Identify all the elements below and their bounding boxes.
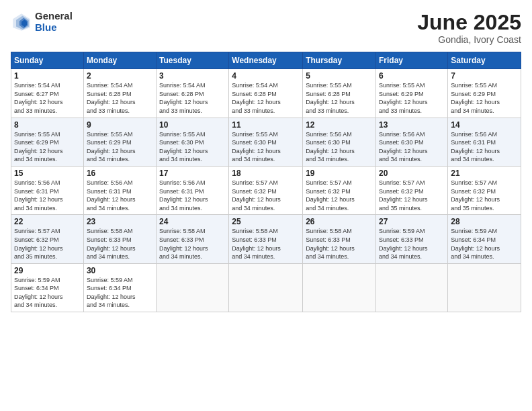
day-info: Sunrise: 5:55 AM Sunset: 6:28 PM Dayligh… [306, 81, 373, 115]
table-row [303, 263, 376, 312]
col-friday: Friday [376, 52, 448, 69]
day-number: 30 [87, 266, 153, 275]
day-number: 8 [14, 120, 81, 130]
table-row: 9Sunrise: 5:55 AM Sunset: 6:29 PM Daylig… [83, 118, 156, 166]
day-number: 18 [232, 169, 300, 178]
table-row: 13Sunrise: 5:56 AM Sunset: 6:30 PM Dayli… [376, 118, 448, 166]
day-number: 21 [451, 169, 518, 178]
day-info: Sunrise: 5:54 AM Sunset: 6:28 PM Dayligh… [232, 81, 300, 115]
table-row: 2Sunrise: 5:54 AM Sunset: 6:28 PM Daylig… [83, 69, 156, 118]
day-number: 1 [14, 71, 81, 81]
header: General Blue June 2025 Gondia, Ivory Coa… [11, 11, 521, 45]
col-saturday: Saturday [448, 52, 521, 69]
day-number: 6 [379, 71, 445, 81]
table-row: 27Sunrise: 5:59 AM Sunset: 6:33 PM Dayli… [376, 215, 448, 263]
day-info: Sunrise: 5:56 AM Sunset: 6:30 PM Dayligh… [379, 130, 445, 164]
table-row [448, 263, 521, 312]
logo-blue-text: Blue [35, 22, 73, 34]
table-row: 6Sunrise: 5:55 AM Sunset: 6:29 PM Daylig… [376, 69, 448, 118]
day-info: Sunrise: 5:55 AM Sunset: 6:29 PM Dayligh… [87, 130, 153, 164]
day-info: Sunrise: 5:57 AM Sunset: 6:32 PM Dayligh… [306, 179, 373, 212]
day-info: Sunrise: 5:57 AM Sunset: 6:32 PM Dayligh… [14, 227, 81, 261]
calendar-week-row: 1Sunrise: 5:54 AM Sunset: 6:27 PM Daylig… [11, 69, 521, 118]
table-row: 28Sunrise: 5:59 AM Sunset: 6:34 PM Dayli… [448, 215, 521, 263]
calendar-week-row: 8Sunrise: 5:55 AM Sunset: 6:29 PM Daylig… [11, 118, 521, 166]
day-number: 27 [379, 217, 445, 226]
table-row [157, 263, 229, 312]
day-number: 25 [232, 217, 300, 226]
table-row: 22Sunrise: 5:57 AM Sunset: 6:32 PM Dayli… [11, 215, 84, 263]
day-number: 17 [159, 169, 226, 178]
day-info: Sunrise: 5:59 AM Sunset: 6:34 PM Dayligh… [14, 276, 81, 310]
day-info: Sunrise: 5:59 AM Sunset: 6:33 PM Dayligh… [379, 227, 445, 261]
table-row: 1Sunrise: 5:54 AM Sunset: 6:27 PM Daylig… [11, 69, 84, 118]
header-row: Sunday Monday Tuesday Wednesday Thursday… [11, 52, 521, 69]
day-info: Sunrise: 5:55 AM Sunset: 6:29 PM Dayligh… [451, 81, 518, 115]
day-number: 3 [159, 71, 226, 81]
day-number: 12 [306, 120, 373, 130]
day-info: Sunrise: 5:58 AM Sunset: 6:33 PM Dayligh… [306, 227, 373, 261]
table-row: 26Sunrise: 5:58 AM Sunset: 6:33 PM Dayli… [303, 215, 376, 263]
day-number: 2 [87, 71, 153, 81]
day-info: Sunrise: 5:58 AM Sunset: 6:33 PM Dayligh… [232, 227, 300, 261]
table-row: 4Sunrise: 5:54 AM Sunset: 6:28 PM Daylig… [229, 69, 303, 118]
table-row: 18Sunrise: 5:57 AM Sunset: 6:32 PM Dayli… [229, 166, 303, 214]
day-number: 10 [159, 120, 226, 130]
logo: General Blue [11, 11, 73, 33]
table-row: 16Sunrise: 5:56 AM Sunset: 6:31 PM Dayli… [83, 166, 156, 214]
day-info: Sunrise: 5:57 AM Sunset: 6:32 PM Dayligh… [232, 179, 300, 212]
day-info: Sunrise: 5:56 AM Sunset: 6:30 PM Dayligh… [306, 130, 373, 164]
col-wednesday: Wednesday [229, 52, 303, 69]
day-info: Sunrise: 5:56 AM Sunset: 6:31 PM Dayligh… [14, 179, 81, 212]
day-number: 7 [451, 71, 518, 81]
col-tuesday: Tuesday [157, 52, 229, 69]
table-row: 3Sunrise: 5:54 AM Sunset: 6:28 PM Daylig… [157, 69, 229, 118]
calendar-subtitle: Gondia, Ivory Coast [417, 34, 521, 45]
day-info: Sunrise: 5:56 AM Sunset: 6:31 PM Dayligh… [87, 179, 153, 212]
day-number: 28 [451, 217, 518, 226]
table-row: 12Sunrise: 5:56 AM Sunset: 6:30 PM Dayli… [303, 118, 376, 166]
table-row: 24Sunrise: 5:58 AM Sunset: 6:33 PM Dayli… [157, 215, 229, 263]
day-info: Sunrise: 5:54 AM Sunset: 6:27 PM Dayligh… [14, 81, 81, 115]
day-number: 4 [232, 71, 300, 81]
calendar-week-row: 29Sunrise: 5:59 AM Sunset: 6:34 PM Dayli… [11, 263, 521, 312]
day-info: Sunrise: 5:55 AM Sunset: 6:30 PM Dayligh… [159, 130, 226, 164]
table-row: 5Sunrise: 5:55 AM Sunset: 6:28 PM Daylig… [303, 69, 376, 118]
table-row: 7Sunrise: 5:55 AM Sunset: 6:29 PM Daylig… [448, 69, 521, 118]
page: General Blue June 2025 Gondia, Ivory Coa… [0, 0, 532, 411]
day-info: Sunrise: 5:54 AM Sunset: 6:28 PM Dayligh… [159, 81, 226, 115]
table-row: 11Sunrise: 5:55 AM Sunset: 6:30 PM Dayli… [229, 118, 303, 166]
day-number: 20 [379, 169, 445, 178]
calendar-week-row: 22Sunrise: 5:57 AM Sunset: 6:32 PM Dayli… [11, 215, 521, 263]
day-info: Sunrise: 5:58 AM Sunset: 6:33 PM Dayligh… [87, 227, 153, 261]
table-row: 25Sunrise: 5:58 AM Sunset: 6:33 PM Dayli… [229, 215, 303, 263]
day-info: Sunrise: 5:55 AM Sunset: 6:30 PM Dayligh… [232, 130, 300, 164]
day-number: 13 [379, 120, 445, 130]
table-row: 29Sunrise: 5:59 AM Sunset: 6:34 PM Dayli… [11, 263, 84, 312]
table-row: 15Sunrise: 5:56 AM Sunset: 6:31 PM Dayli… [11, 166, 84, 214]
day-info: Sunrise: 5:57 AM Sunset: 6:32 PM Dayligh… [451, 179, 518, 212]
day-number: 19 [306, 169, 373, 178]
logo-text: General Blue [35, 11, 73, 33]
day-number: 5 [306, 71, 373, 81]
day-number: 29 [14, 266, 81, 275]
day-info: Sunrise: 5:59 AM Sunset: 6:34 PM Dayligh… [87, 276, 153, 310]
calendar-table: Sunday Monday Tuesday Wednesday Thursday… [11, 52, 521, 312]
table-row: 19Sunrise: 5:57 AM Sunset: 6:32 PM Dayli… [303, 166, 376, 214]
col-monday: Monday [83, 52, 156, 69]
day-number: 24 [159, 217, 226, 226]
col-thursday: Thursday [303, 52, 376, 69]
table-row: 8Sunrise: 5:55 AM Sunset: 6:29 PM Daylig… [11, 118, 84, 166]
day-number: 26 [306, 217, 373, 226]
table-row [229, 263, 303, 312]
day-info: Sunrise: 5:54 AM Sunset: 6:28 PM Dayligh… [87, 81, 153, 115]
col-sunday: Sunday [11, 52, 84, 69]
day-number: 11 [232, 120, 300, 130]
table-row: 23Sunrise: 5:58 AM Sunset: 6:33 PM Dayli… [83, 215, 156, 263]
day-number: 9 [87, 120, 153, 130]
day-number: 23 [87, 217, 153, 226]
table-row: 20Sunrise: 5:57 AM Sunset: 6:32 PM Dayli… [376, 166, 448, 214]
table-row [376, 263, 448, 312]
table-row: 30Sunrise: 5:59 AM Sunset: 6:34 PM Dayli… [83, 263, 156, 312]
day-number: 16 [87, 169, 153, 178]
